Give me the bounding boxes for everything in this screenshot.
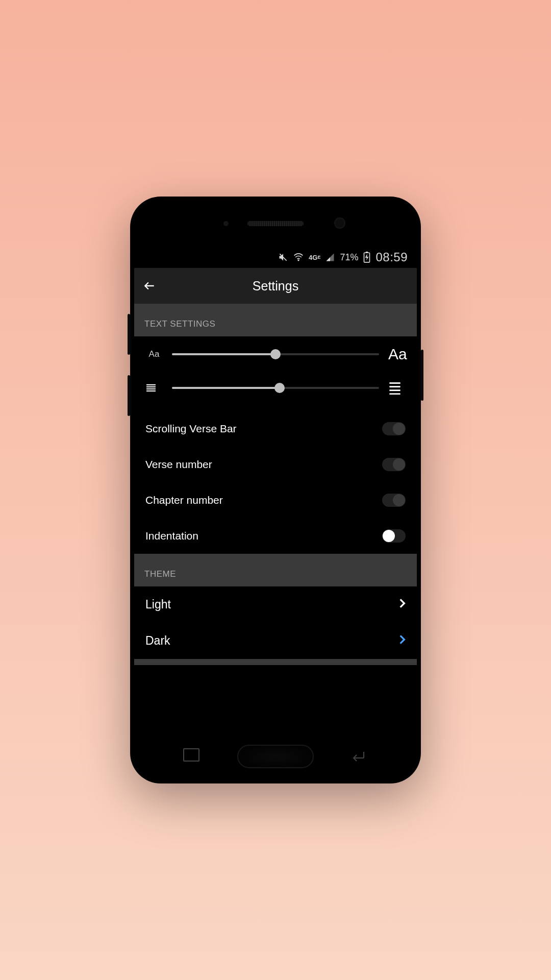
page-title: Settings [134,279,417,293]
toggle-label: Indentation [145,530,198,542]
font-size-big-label: Aa [388,346,406,363]
wifi-icon [293,252,304,262]
toggle-scrolling-verse-bar[interactable]: Scrolling Verse Bar [134,411,417,447]
device-screen: 4GE 71% 08:59 Settings TEXT SETTINGS [134,247,417,733]
hardware-top [134,201,417,247]
line-height-small-icon [145,383,163,393]
switch-on[interactable] [382,529,406,543]
line-height-slider-row [134,372,417,404]
toggle-verse-number[interactable]: Verse number [134,447,417,482]
font-size-small-label: Aa [145,349,163,359]
theme-label: Light [145,598,171,611]
network-4g-icon: 4GE [309,254,320,261]
slider-thumb[interactable] [274,383,285,393]
switch-off[interactable] [382,422,406,435]
section-spacer [134,659,417,665]
font-size-slider-row: Aa Aa [134,336,417,372]
toggle-label: Chapter number [145,494,223,506]
recents-button[interactable] [185,750,199,762]
slider-thumb[interactable] [270,349,281,359]
arrow-left-icon [143,279,156,292]
chevron-right-icon [398,634,406,648]
theme-option-light[interactable]: Light [134,586,417,623]
svg-rect-3 [366,252,368,253]
switch-off[interactable] [382,494,406,507]
signal-icon [325,253,335,262]
front-camera [334,217,345,229]
phone-frame: 4GE 71% 08:59 Settings TEXT SETTINGS [130,197,421,783]
chevron-right-icon [398,598,406,611]
nav-back-button[interactable] [348,748,366,765]
toggle-indentation[interactable]: Indentation [134,518,417,554]
toggle-label: Verse number [145,458,212,471]
font-size-slider[interactable] [172,353,379,355]
svg-point-1 [298,260,299,261]
back-button[interactable] [134,268,165,304]
proximity-sensor [223,221,229,226]
app-bar: Settings [134,268,417,304]
toggle-chapter-number[interactable]: Chapter number [134,482,417,518]
section-header-text-settings: TEXT SETTINGS [134,304,417,336]
settings-scroll[interactable]: TEXT SETTINGS Aa Aa [134,304,417,733]
theme-option-dark[interactable]: Dark [134,623,417,659]
line-height-big-icon [388,381,406,395]
mute-icon [278,252,288,262]
section-text-settings: Aa Aa [134,336,417,554]
line-height-slider[interactable] [172,387,379,389]
section-header-theme: THEME [134,554,417,586]
phone-bezel: 4GE 71% 08:59 Settings TEXT SETTINGS [134,201,417,779]
hardware-bottom [134,733,417,779]
toggle-label: Scrolling Verse Bar [145,423,237,435]
earpiece-speaker [247,221,304,226]
switch-off[interactable] [382,458,406,471]
theme-label: Dark [145,634,170,648]
status-bar: 4GE 71% 08:59 [134,247,417,268]
battery-percentage: 71% [340,252,358,263]
battery-charging-icon [363,252,370,263]
home-button[interactable] [237,745,314,768]
section-theme: Light Dark [134,586,417,659]
status-clock: 08:59 [375,250,408,264]
